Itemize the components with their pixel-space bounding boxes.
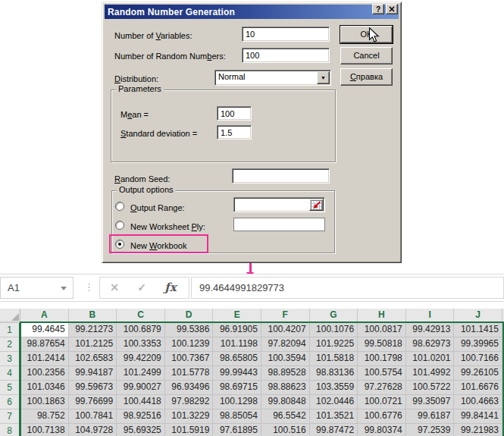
cell-I4[interactable]: 101.4992 xyxy=(406,366,455,381)
cell-H3[interactable]: 100.1798 xyxy=(358,352,406,366)
cell-H4[interactable]: 100.5754 xyxy=(358,366,406,381)
cell-A5[interactable]: 101.0346 xyxy=(20,381,69,395)
cell-B3[interactable]: 102.6583 xyxy=(69,352,117,366)
name-box[interactable]: A1 xyxy=(0,277,74,299)
cancel-entry-icon[interactable]: ✕ xyxy=(105,278,124,298)
cell-F5[interactable]: 98.88623 xyxy=(261,381,310,395)
mean-input[interactable] xyxy=(217,106,252,121)
cell-J1[interactable]: 101.1415 xyxy=(454,323,502,337)
cell-C8[interactable]: 95.69325 xyxy=(117,424,165,436)
row-header-7[interactable]: 7 xyxy=(0,409,19,424)
range-selector-button[interactable] xyxy=(309,199,324,211)
new-worksheet-ply-input[interactable] xyxy=(233,218,325,231)
column-header-E[interactable]: E xyxy=(213,309,261,322)
distribution-select[interactable]: Normal ▼ xyxy=(214,70,331,86)
cell-B8[interactable]: 104.9728 xyxy=(69,424,117,436)
cell-H7[interactable]: 100.6776 xyxy=(358,409,406,424)
cell-F4[interactable]: 98.89528 xyxy=(261,366,310,381)
cell-F8[interactable]: 100.516 xyxy=(261,424,310,436)
cell-B6[interactable]: 99.76699 xyxy=(69,395,117,409)
cell-A6[interactable]: 100.1863 xyxy=(20,395,69,409)
dropdown-button[interactable]: ▼ xyxy=(317,71,330,84)
cell-C6[interactable]: 100.4418 xyxy=(117,395,165,409)
cell-D5[interactable]: 96.93496 xyxy=(165,381,214,395)
column-header-B[interactable]: B xyxy=(69,309,117,322)
cell-J8[interactable]: 99.21983 xyxy=(454,424,502,436)
cell-J6[interactable]: 100.4663 xyxy=(454,395,502,409)
row-header-3[interactable]: 3 xyxy=(0,352,19,366)
cell-I7[interactable]: 99.6187 xyxy=(406,409,455,424)
cell-E7[interactable]: 98.85054 xyxy=(213,409,261,424)
cell-B5[interactable]: 99.59673 xyxy=(69,381,117,395)
name-box-dropdown-icon[interactable] xyxy=(61,287,67,290)
cell-G3[interactable]: 101.5818 xyxy=(310,352,358,366)
column-header-J[interactable]: J xyxy=(454,309,502,322)
random-seed-input[interactable] xyxy=(232,168,330,183)
cell-I3[interactable]: 101.0201 xyxy=(406,352,455,366)
cell-E5[interactable]: 98.69715 xyxy=(213,381,261,395)
cell-G6[interactable]: 102.0446 xyxy=(310,395,358,409)
cell-E1[interactable]: 96.91905 xyxy=(213,323,261,337)
cell-F3[interactable]: 100.3594 xyxy=(261,352,310,366)
cell-H6[interactable]: 100.0721 xyxy=(358,395,406,409)
number-of-random-numbers-input[interactable] xyxy=(242,48,330,63)
row-header-4[interactable]: 4 xyxy=(0,366,19,381)
ok-button[interactable]: OK xyxy=(340,26,393,43)
new-worksheet-ply-radio[interactable] xyxy=(115,221,124,230)
output-range-radio[interactable] xyxy=(115,202,124,211)
cell-E2[interactable]: 101.1198 xyxy=(213,337,261,352)
cell-F2[interactable]: 97.82094 xyxy=(261,337,310,352)
cell-C3[interactable]: 99.42209 xyxy=(117,352,165,366)
cell-D3[interactable]: 100.7367 xyxy=(165,352,214,366)
cell-J2[interactable]: 99.39965 xyxy=(454,337,502,352)
column-header-C[interactable]: C xyxy=(117,309,165,322)
cell-J4[interactable]: 99.26105 xyxy=(454,366,502,381)
cell-I1[interactable]: 99.42913 xyxy=(406,323,455,337)
cell-A1[interactable]: 99.4645 xyxy=(20,323,69,337)
cell-I6[interactable]: 99.35097 xyxy=(406,395,455,409)
column-header-I[interactable]: I xyxy=(406,309,455,322)
cell-F1[interactable]: 100.4207 xyxy=(261,323,310,337)
column-header-G[interactable]: G xyxy=(310,309,358,322)
new-workbook-radio[interactable] xyxy=(115,240,124,249)
help-button[interactable]: Справка xyxy=(340,68,393,86)
cell-C1[interactable]: 100.6879 xyxy=(117,323,165,337)
dialog-close-button[interactable] xyxy=(386,4,398,14)
formula-input[interactable]: 99.4644991829773 xyxy=(191,277,504,299)
cell-C2[interactable]: 100.3353 xyxy=(117,337,165,352)
cancel-button[interactable]: Cancel xyxy=(340,47,393,64)
cell-G5[interactable]: 103.3559 xyxy=(310,381,358,395)
cell-A8[interactable]: 100.7138 xyxy=(20,424,69,436)
cell-H2[interactable]: 99.50818 xyxy=(358,337,406,352)
cell-G7[interactable]: 101.3521 xyxy=(310,409,358,424)
cell-G1[interactable]: 100.1076 xyxy=(310,323,358,337)
cell-G8[interactable]: 99.87472 xyxy=(310,424,358,436)
cell-F6[interactable]: 99.80848 xyxy=(261,395,310,409)
cell-E3[interactable]: 98.65805 xyxy=(213,352,261,366)
number-of-variables-input[interactable] xyxy=(242,27,330,42)
cell-E6[interactable]: 100.1298 xyxy=(213,395,261,409)
cell-F7[interactable]: 96.5542 xyxy=(261,409,310,424)
cell-A7[interactable]: 98.752 xyxy=(20,409,69,424)
output-range-input[interactable] xyxy=(233,197,325,212)
row-header-8[interactable]: 8 xyxy=(0,424,19,436)
column-header-A[interactable]: A xyxy=(20,309,69,322)
cell-C7[interactable]: 98.92516 xyxy=(117,409,165,424)
enter-entry-icon[interactable]: ✓ xyxy=(132,278,152,298)
cell-B2[interactable]: 101.2125 xyxy=(69,337,117,352)
standard-deviation-input[interactable] xyxy=(217,125,252,140)
row-header-2[interactable]: 2 xyxy=(0,337,19,352)
cell-D1[interactable]: 99.5386 xyxy=(165,323,214,337)
cell-A4[interactable]: 100.2356 xyxy=(20,366,69,381)
cell-G4[interactable]: 98.83136 xyxy=(310,366,358,381)
cell-G2[interactable]: 101.9225 xyxy=(310,337,358,352)
cell-E8[interactable]: 97.61895 xyxy=(213,424,261,436)
dialog-titlebar[interactable]: Random Number Generation xyxy=(105,5,399,19)
cell-D4[interactable]: 101.5778 xyxy=(165,366,214,381)
cell-B1[interactable]: 99.21273 xyxy=(69,323,117,337)
cell-A2[interactable]: 98.87654 xyxy=(20,337,69,352)
column-header-H[interactable]: H xyxy=(358,309,406,322)
cell-H5[interactable]: 97.27628 xyxy=(358,381,406,395)
cell-H1[interactable]: 100.0817 xyxy=(358,323,406,337)
cell-A3[interactable]: 101.2414 xyxy=(20,352,69,366)
